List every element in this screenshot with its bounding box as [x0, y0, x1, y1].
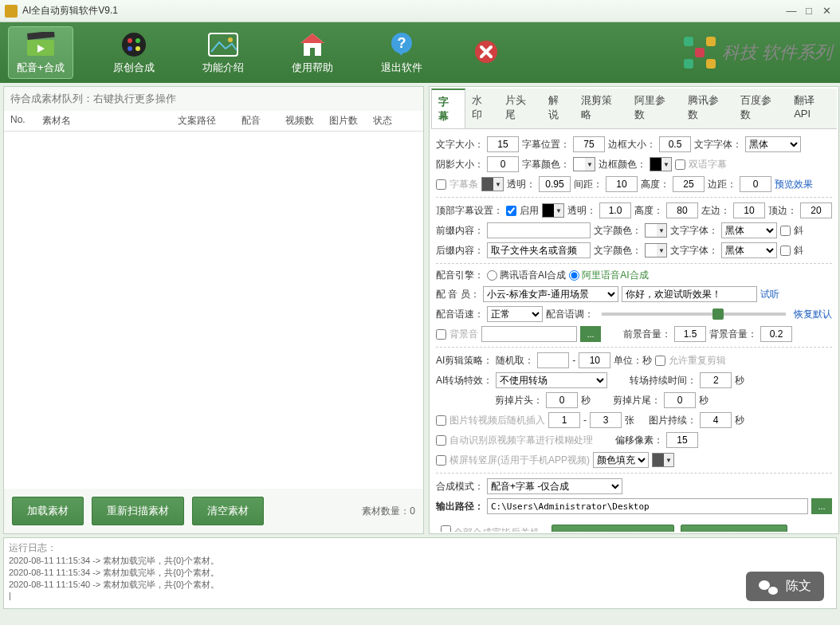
border-color-picker[interactable]: ▼: [650, 157, 672, 171]
fill-select[interactable]: 颜色填充: [593, 452, 649, 468]
sub-bar-color-picker[interactable]: ▼: [481, 177, 504, 191]
rescan-material-button[interactable]: 重新扫描素材: [92, 497, 184, 525]
position-input[interactable]: [573, 136, 605, 152]
shadow-label: 阴影大小：: [436, 158, 484, 171]
output-browse-button[interactable]: ...: [811, 498, 832, 514]
offset-input[interactable]: [666, 432, 698, 448]
engine-tencent-radio[interactable]: 腾讯语音AI合成: [487, 269, 566, 282]
prefix-color-picker[interactable]: ▼: [645, 223, 667, 238]
voicer-select[interactable]: 小云-标准女声-通用场景: [483, 286, 618, 302]
shutdown-option[interactable]: 全部合成完毕后关机: [441, 525, 545, 533]
img-insert-label: 图片转视频后随机插入: [449, 414, 545, 427]
queue-list[interactable]: [4, 132, 423, 489]
height-input[interactable]: [673, 176, 705, 192]
margin-input[interactable]: [740, 176, 771, 192]
trim-tail-input[interactable]: [664, 392, 696, 408]
spacing-input[interactable]: [606, 176, 638, 192]
font-family-select[interactable]: 黑体: [745, 136, 801, 152]
italic-label-2: 斜: [794, 244, 803, 257]
top-setting-label: 顶部字幕设置：: [436, 204, 503, 218]
suffix-font-select[interactable]: 黑体: [721, 242, 777, 258]
tool-original-compose[interactable]: 原创合成: [105, 27, 163, 78]
tool-usage-help[interactable]: ? 退出软件: [373, 27, 430, 78]
top-opacity-label: 透明：: [567, 204, 596, 218]
img-insert-checkbox[interactable]: [436, 415, 446, 426]
tab-tencent-params[interactable]: 腾讯参数: [681, 88, 735, 128]
fg-vol-input[interactable]: [674, 326, 706, 342]
tab-head-tail[interactable]: 片头尾: [499, 88, 542, 128]
tab-ali-params[interactable]: 阿里参数: [628, 88, 681, 128]
tab-subtitle[interactable]: 字幕: [431, 88, 465, 128]
tab-watermark[interactable]: 水印: [465, 88, 498, 128]
auto-blur-checkbox[interactable]: [436, 435, 446, 446]
tool-exit[interactable]: [462, 34, 510, 71]
prefix-font-select[interactable]: 黑体: [721, 222, 777, 238]
bg-vol-input[interactable]: [760, 326, 792, 342]
font-size-input[interactable]: [487, 136, 519, 152]
tab-narration[interactable]: 解说: [542, 88, 575, 128]
speed-select[interactable]: 正常: [487, 306, 543, 322]
svg-marker-11: [300, 33, 324, 43]
start-compose-button[interactable]: ▶ 开始合成: [551, 525, 674, 532]
img-lo-input[interactable]: [548, 412, 580, 428]
top-top-input[interactable]: [800, 202, 832, 218]
rotate-checkbox[interactable]: [436, 455, 446, 466]
bilingual-checkbox[interactable]: [675, 159, 685, 170]
tab-translate-api[interactable]: 翻译API: [787, 88, 837, 128]
opacity-input[interactable]: [539, 176, 571, 192]
img-hi-input[interactable]: [590, 412, 622, 428]
svg-point-4: [128, 38, 132, 43]
minimize-button[interactable]: —: [783, 4, 800, 18]
allow-dup-checkbox[interactable]: [655, 356, 665, 366]
prefix-label: 前缀内容：: [436, 224, 484, 238]
img-dur-input[interactable]: [700, 412, 732, 428]
rand-hi-input[interactable]: [579, 352, 610, 368]
random-label: 随机取：: [496, 354, 534, 368]
suffix-input[interactable]: [487, 242, 591, 258]
titlebar: AI全自动剪辑软件V9.1 — □ ✕: [0, 0, 840, 22]
sample-text-input[interactable]: [622, 286, 757, 302]
top-bar-color-picker[interactable]: ▼: [542, 203, 564, 218]
tab-mix-strategy[interactable]: 混剪策略: [575, 88, 628, 128]
tool-features[interactable]: 功能介绍: [194, 27, 252, 78]
mode-select[interactable]: 配音+字幕 -仅合成: [487, 478, 622, 494]
position-label: 字幕位置：: [522, 138, 570, 151]
clapperboard-icon: [25, 30, 57, 59]
sub-color-picker[interactable]: ▼: [573, 157, 595, 171]
bgm-browse-button[interactable]: ...: [580, 326, 601, 342]
output-path-input[interactable]: [487, 498, 808, 514]
tool-help[interactable]: 使用帮助: [284, 27, 341, 78]
top-opacity-input[interactable]: [599, 202, 631, 218]
prefix-italic-checkbox[interactable]: [780, 226, 791, 236]
load-material-button[interactable]: 加载素材: [12, 497, 84, 525]
sub-bar-checkbox[interactable]: [436, 179, 446, 190]
svg-point-9: [228, 37, 233, 42]
suffix-italic-checkbox[interactable]: [780, 246, 791, 256]
close-button[interactable]: ✕: [818, 4, 835, 18]
border-size-input[interactable]: [659, 136, 691, 152]
try-listen-link[interactable]: 试听: [760, 288, 779, 301]
fill-color-picker[interactable]: ▼: [652, 453, 674, 467]
shadow-input[interactable]: [487, 156, 519, 172]
engine-ali-radio[interactable]: 阿里语音AI合成: [569, 269, 648, 282]
suffix-color-picker[interactable]: ▼: [645, 243, 667, 257]
trans-dur-input[interactable]: [700, 372, 732, 388]
engine-label: 配音引擎：: [436, 269, 484, 282]
clear-material-button[interactable]: 清空素材: [192, 497, 264, 525]
stop-compose-button[interactable]: 停止合成: [681, 525, 787, 532]
transition-select[interactable]: 不使用转场: [496, 372, 607, 388]
prefix-input[interactable]: [487, 222, 591, 238]
preview-link[interactable]: 预览效果: [775, 178, 813, 191]
top-height-input[interactable]: [666, 202, 698, 218]
tab-baidu-params[interactable]: 百度参数: [734, 88, 787, 128]
pitch-slider[interactable]: [602, 312, 786, 316]
bgm-checkbox[interactable]: [436, 329, 446, 340]
top-enable-checkbox[interactable]: [506, 206, 516, 216]
tool-voice-compose[interactable]: 配音+合成: [8, 26, 73, 79]
bgm-path-input[interactable]: [481, 326, 577, 342]
reset-default-link[interactable]: 恢复默认: [794, 308, 832, 321]
trim-head-input[interactable]: [546, 392, 578, 408]
maximize-button[interactable]: □: [800, 4, 818, 18]
rand-lo-input[interactable]: [537, 352, 569, 368]
top-left-input[interactable]: [733, 202, 765, 218]
